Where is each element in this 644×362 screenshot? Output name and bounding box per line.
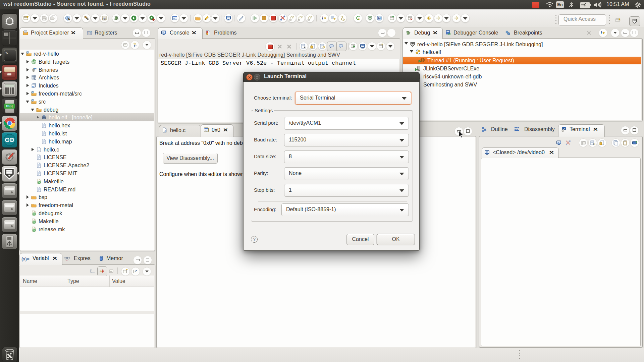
- svg-text:88: 88: [593, 143, 595, 145]
- svg-text:i: i: [322, 16, 323, 20]
- svg-text:c: c: [205, 129, 207, 132]
- svg-text:M: M: [378, 17, 381, 20]
- svg-text:i: i: [601, 31, 602, 35]
- svg-text:010: 010: [102, 18, 107, 20]
- svg-text:xxx: xxx: [92, 272, 95, 274]
